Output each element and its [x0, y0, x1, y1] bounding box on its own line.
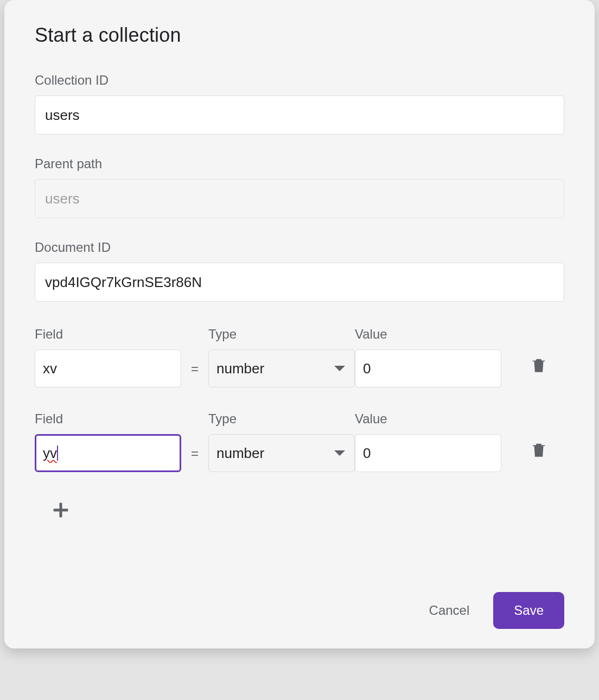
- field-name-col: Field: [35, 327, 181, 387]
- field-row: Field yv = Type number Value: [35, 411, 564, 472]
- parent-path-group: Parent path: [35, 156, 564, 218]
- dialog-title: Start a collection: [35, 24, 564, 47]
- field-type-select[interactable]: number: [208, 434, 355, 472]
- plus-icon: [50, 499, 72, 521]
- parent-path-input: [35, 179, 564, 218]
- field-row: Field = Type number Value: [35, 327, 564, 387]
- value-label: Value: [355, 411, 501, 427]
- field-value-col: Value: [355, 327, 501, 387]
- trash-icon: [530, 355, 548, 376]
- field-label: Field: [35, 411, 181, 427]
- document-id-label: Document ID: [35, 240, 564, 255]
- save-button[interactable]: Save: [493, 592, 564, 629]
- parent-path-label: Parent path: [35, 156, 564, 171]
- add-field-button[interactable]: [47, 496, 75, 526]
- trash-icon: [530, 440, 548, 460]
- field-value-input[interactable]: [355, 349, 501, 387]
- start-collection-dialog: Start a collection Collection ID Parent …: [4, 0, 595, 648]
- field-label: Field: [35, 327, 181, 342]
- field-name-input[interactable]: [35, 349, 181, 387]
- cancel-button[interactable]: Cancel: [425, 596, 474, 625]
- equals-sign: =: [181, 361, 208, 387]
- add-field-row: [35, 496, 564, 526]
- field-name-input[interactable]: yv: [35, 434, 181, 472]
- type-label: Type: [208, 411, 355, 427]
- document-id-group: Document ID: [35, 240, 564, 302]
- field-value-input[interactable]: [355, 434, 501, 472]
- field-type-col: Type number: [208, 411, 355, 472]
- fields-section: Field = Type number Value: [35, 327, 564, 526]
- delete-field-button[interactable]: [525, 351, 552, 381]
- delete-field-button[interactable]: [525, 435, 552, 466]
- dialog-actions: Cancel Save: [35, 592, 564, 629]
- value-label: Value: [355, 327, 501, 342]
- field-value-col: Value: [355, 411, 501, 472]
- field-type-select[interactable]: number: [208, 349, 355, 387]
- collection-id-input[interactable]: [35, 96, 564, 135]
- equals-sign: =: [181, 446, 208, 472]
- document-id-input[interactable]: [35, 263, 564, 302]
- field-type-col: Type number: [208, 327, 355, 387]
- field-name-col: Field yv: [35, 411, 181, 472]
- type-label: Type: [208, 327, 355, 342]
- collection-id-label: Collection ID: [35, 73, 564, 88]
- collection-id-group: Collection ID: [35, 73, 564, 135]
